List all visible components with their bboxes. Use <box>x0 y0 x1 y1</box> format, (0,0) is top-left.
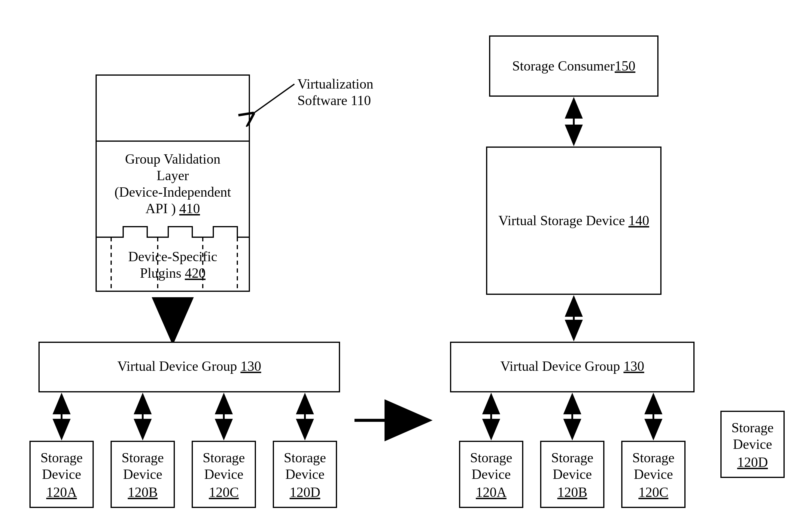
svg-text:Storage Consumer150: Storage Consumer150 <box>512 58 635 74</box>
svg-text:Storage: Storage <box>203 450 245 466</box>
storage-device-120d-detached: Storage Device 120D <box>721 411 784 477</box>
storage-device-120a-right: Storage Device 120A <box>460 441 523 507</box>
svg-text:Virtual Device Group 130: Virtual Device Group 130 <box>117 359 261 374</box>
storage-device-120b-right: Storage Device 120B <box>541 441 604 507</box>
storage-device-120c-left: Storage Device 120C <box>192 441 255 507</box>
svg-text:Virtual Device Group 130: Virtual Device Group 130 <box>500 359 644 374</box>
virtualization-software-box: Group Validation Layer (Device-Independe… <box>96 75 249 291</box>
svg-line-6 <box>252 84 294 114</box>
svg-text:Storage: Storage <box>122 450 164 466</box>
virtualization-software-callout: Virtualization Software 110 <box>252 76 373 114</box>
storage-consumer-box: Storage Consumer150 <box>490 36 658 96</box>
svg-text:Device: Device <box>472 467 511 482</box>
callout-line1: Virtualization <box>297 76 373 92</box>
svg-text:Storage: Storage <box>732 420 774 435</box>
svg-text:Device: Device <box>634 467 673 482</box>
svg-text:120A: 120A <box>476 484 507 500</box>
svg-text:Device: Device <box>123 467 162 482</box>
svg-text:Storage: Storage <box>633 450 675 466</box>
svg-text:120C: 120C <box>638 484 668 500</box>
svg-text:Storage: Storage <box>470 450 513 466</box>
storage-device-120a-left: Storage Device 120A <box>30 441 93 507</box>
storage-device-120c-right: Storage Device 120C <box>622 441 685 507</box>
svg-text:Storage: Storage <box>284 450 326 466</box>
storage-device-120b-left: Storage Device 120B <box>111 441 174 507</box>
device-specific-plugins-label-2: Plugins 420 <box>140 265 206 281</box>
svg-text:Device: Device <box>286 467 325 482</box>
svg-text:Storage: Storage <box>551 450 593 466</box>
svg-text:120D: 120D <box>737 455 768 470</box>
device-specific-plugins-label-1: Device-Specific <box>128 249 217 264</box>
svg-text:Virtual Storage Device 140: Virtual Storage Device 140 <box>498 213 649 228</box>
virtual-storage-device-box: Virtual Storage Device 140 <box>487 147 661 294</box>
virtual-device-group-left: Virtual Device Group 130 <box>39 342 340 392</box>
callout-line2: Software 110 <box>297 93 371 108</box>
svg-text:120D: 120D <box>290 484 320 500</box>
group-validation-layer-label-4: API ) 410 <box>145 201 200 216</box>
svg-text:Storage: Storage <box>40 450 83 466</box>
svg-text:120C: 120C <box>209 484 239 500</box>
group-validation-layer-label-2: Layer <box>157 168 189 183</box>
group-validation-layer-label-3: (Device-Independent <box>114 184 231 200</box>
diagram-canvas: Group Validation Layer (Device-Independe… <box>0 0 806 532</box>
svg-text:120B: 120B <box>128 484 158 500</box>
svg-text:120B: 120B <box>557 484 587 500</box>
svg-text:120A: 120A <box>46 484 77 500</box>
storage-device-120d-left: Storage Device 120D <box>273 441 336 507</box>
svg-text:Device: Device <box>42 467 81 482</box>
svg-text:Device: Device <box>204 467 243 482</box>
virtual-device-group-right: Virtual Device Group 130 <box>451 342 694 392</box>
svg-text:Device: Device <box>553 467 592 482</box>
group-validation-layer-label-1: Group Validation <box>125 151 220 167</box>
svg-text:Device: Device <box>733 437 772 452</box>
